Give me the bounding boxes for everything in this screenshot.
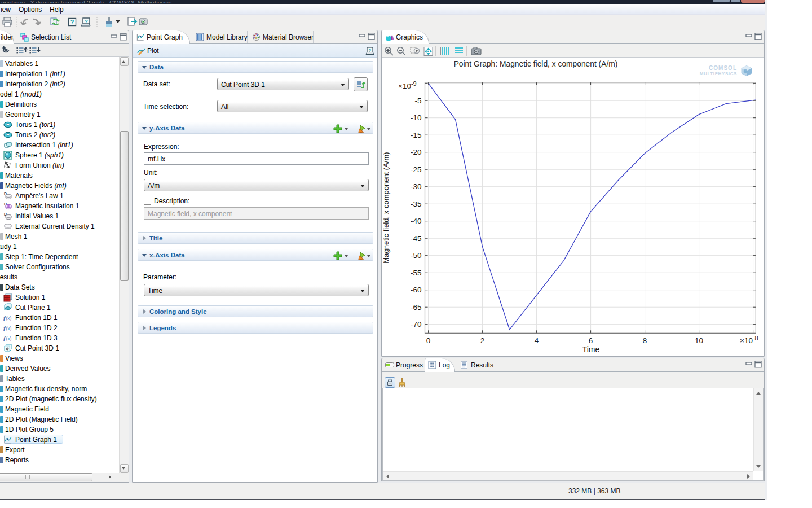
svg-text:-15: -15 [411, 131, 422, 139]
svg-text:×10-9: ×10-9 [398, 80, 417, 90]
svg-text:Time: Time [582, 345, 600, 354]
svg-text:-65: -65 [411, 303, 422, 312]
svg-text:?: ? [369, 48, 372, 53]
svg-text:?: ? [85, 19, 88, 24]
svg-text:-70: -70 [411, 320, 422, 329]
svg-text:-35: -35 [411, 200, 422, 208]
svg-text:2: 2 [480, 336, 485, 345]
svg-text:-25: -25 [411, 165, 422, 174]
svg-text:-50: -50 [411, 251, 422, 260]
svg-text:-60: -60 [411, 286, 422, 294]
svg-text:10: 10 [695, 336, 703, 345]
svg-text:Magnetic field, x component (A: Magnetic field, x component (A/m) [382, 152, 390, 263]
svg-text:0: 0 [426, 336, 431, 345]
svg-text:?: ? [70, 19, 74, 25]
svg-text:MULTIPHYSICS: MULTIPHYSICS [700, 71, 737, 76]
svg-text:6: 6 [589, 336, 593, 345]
svg-text:Point Graph: Magnetic field, x: Point Graph: Magnetic field, x component… [454, 60, 618, 68]
svg-text:COMSOL: COMSOL [709, 65, 737, 71]
svg-text:-55: -55 [411, 269, 422, 277]
svg-text:-5: -5 [414, 97, 421, 105]
svg-text:-10: -10 [411, 113, 422, 122]
svg-text:-20: -20 [411, 148, 422, 156]
svg-text:4: 4 [535, 336, 539, 345]
svg-text:-40: -40 [411, 217, 422, 225]
svg-text:-30: -30 [411, 182, 422, 191]
svg-text:-45: -45 [411, 234, 422, 243]
svg-text:8: 8 [643, 336, 647, 345]
svg-text:×10-8: ×10-8 [740, 335, 758, 345]
